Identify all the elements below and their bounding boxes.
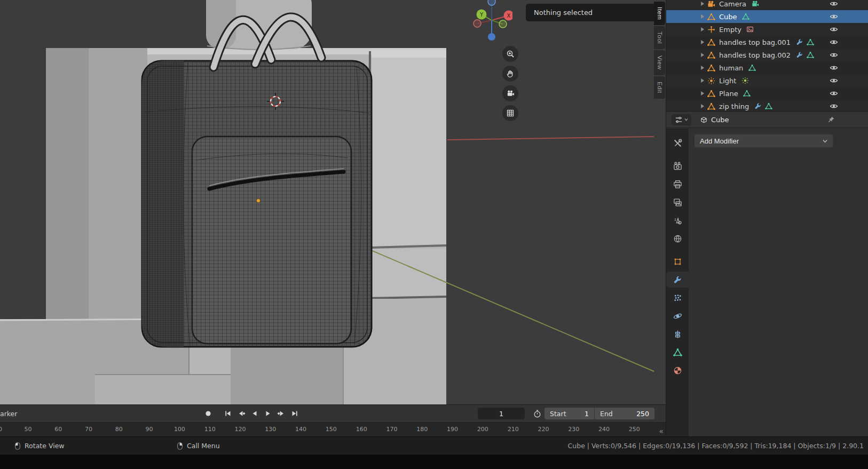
- ruler-tick: 250: [619, 423, 650, 436]
- sidebar-tab-label: Edit: [657, 82, 663, 93]
- ruler-tick: 160: [346, 423, 377, 436]
- properties-tab[interactable]: [666, 158, 689, 174]
- properties-body: Add Modifier: [689, 129, 868, 436]
- sidebar-tab[interactable]: Tool: [654, 26, 665, 49]
- properties-tab[interactable]: [666, 344, 689, 360]
- ruler-tick: 70: [74, 423, 104, 436]
- pin-icon[interactable]: [827, 116, 835, 123]
- object-name[interactable]: handles top bag.002: [719, 51, 791, 59]
- next-keyframe-icon[interactable]: [275, 408, 288, 419]
- jump-to-start-icon[interactable]: [222, 408, 234, 419]
- properties-tab[interactable]: [666, 326, 689, 342]
- stopwatch-icon[interactable]: [531, 408, 543, 419]
- grid-ortho-icon[interactable]: [502, 105, 518, 121]
- outliner-row[interactable]: handles top bag.002: [666, 49, 868, 61]
- properties-tab[interactable]: [666, 362, 689, 378]
- expand-arrow-icon[interactable]: [698, 78, 707, 83]
- object-name[interactable]: handles top bag.001: [719, 38, 791, 46]
- outliner-row[interactable]: Plane: [666, 87, 868, 100]
- marker-menu-partial[interactable]: arker: [0, 410, 17, 418]
- expand-arrow-icon[interactable]: [698, 91, 707, 96]
- sidebar-tab[interactable]: Edit: [654, 76, 665, 99]
- backpack-mesh[interactable]: [142, 61, 372, 347]
- end-frame-field[interactable]: End 250: [595, 408, 654, 419]
- ruler-tick: 240: [589, 423, 619, 436]
- hide-viewport-eye-icon[interactable]: [829, 25, 838, 34]
- object-name[interactable]: Light: [719, 77, 736, 85]
- object-name[interactable]: Plane: [719, 90, 738, 98]
- ruler-tick: 150: [316, 423, 346, 436]
- ruler-tick: 100: [164, 423, 195, 436]
- object-name[interactable]: human: [719, 64, 743, 72]
- outliner-row[interactable]: zip thing: [666, 100, 868, 112]
- object-data-icon: [751, 0, 760, 8]
- outliner-row[interactable]: Light: [666, 74, 868, 87]
- outliner-row-list: Camera: [666, 0, 868, 112]
- hide-viewport-eye-icon[interactable]: [829, 38, 838, 46]
- outliner-row[interactable]: Cube: [666, 10, 868, 23]
- gizmo-neg-x-axis[interactable]: [474, 20, 481, 27]
- breadcrumb: Cube: [700, 116, 729, 124]
- timeline-ruler[interactable]: 0 50607080901001101201301401501601701801…: [0, 422, 666, 436]
- ruler-tick: 190: [437, 423, 468, 436]
- sidebar-tab[interactable]: Item: [654, 2, 665, 25]
- object-name[interactable]: Empty: [719, 26, 741, 34]
- gizmo-neg-y-axis[interactable]: [499, 20, 507, 28]
- properties-tab[interactable]: [666, 176, 689, 192]
- properties-tab[interactable]: [666, 230, 689, 247]
- object-name[interactable]: Cube: [719, 13, 737, 21]
- camera-view-icon[interactable]: [502, 85, 518, 101]
- object-data-icon: [806, 51, 815, 59]
- start-frame-field[interactable]: Start 1: [545, 408, 594, 419]
- outliner-row[interactable]: handles top bag.001: [666, 36, 868, 49]
- outliner-row[interactable]: human: [666, 61, 868, 74]
- object-name[interactable]: Camera: [719, 0, 746, 8]
- hide-viewport-eye-icon[interactable]: [829, 0, 838, 8]
- properties-tab[interactable]: [666, 308, 689, 324]
- editor-corner-icon[interactable]: «: [659, 427, 664, 435]
- object-data-icon: [746, 25, 755, 34]
- viewport-3d-scene[interactable]: [0, 0, 666, 404]
- breadcrumb-object-name[interactable]: Cube: [711, 116, 729, 124]
- expand-arrow-icon[interactable]: [698, 27, 707, 32]
- expand-arrow-icon[interactable]: [698, 39, 707, 45]
- navigation-gizmo[interactable]: X Y: [472, 0, 512, 42]
- properties-tab[interactable]: [666, 194, 689, 210]
- properties-tab[interactable]: [666, 272, 689, 288]
- expand-arrow-icon[interactable]: [698, 104, 707, 109]
- hide-viewport-eye-icon[interactable]: [829, 63, 838, 72]
- hide-viewport-eye-icon[interactable]: [829, 89, 838, 98]
- hand-icon[interactable]: [502, 66, 518, 82]
- play-icon[interactable]: [262, 408, 274, 419]
- previous-keyframe-icon[interactable]: [235, 408, 248, 419]
- expand-arrow-icon[interactable]: [698, 1, 707, 6]
- zoom-icon[interactable]: [502, 46, 518, 62]
- gizmo-z-axis[interactable]: [488, 0, 495, 5]
- play-reverse-icon[interactable]: [248, 408, 261, 419]
- sidebar-tab[interactable]: View: [654, 50, 665, 75]
- expand-arrow-icon[interactable]: [698, 52, 707, 58]
- properties-tab[interactable]: [666, 135, 689, 151]
- properties-tab[interactable]: [666, 253, 689, 269]
- properties-tab-column: [666, 129, 689, 436]
- expand-arrow-icon[interactable]: [698, 14, 707, 19]
- hide-viewport-eye-icon[interactable]: [829, 102, 838, 110]
- hide-viewport-eye-icon[interactable]: [829, 51, 838, 59]
- add-modifier-button[interactable]: Add Modifier: [694, 134, 833, 148]
- sidebar-tab-label: View: [657, 55, 663, 70]
- hide-viewport-eye-icon[interactable]: [829, 76, 838, 85]
- editor-type-button[interactable]: [672, 114, 691, 125]
- properties-tab[interactable]: [666, 212, 689, 228]
- record-icon[interactable]: [202, 408, 215, 419]
- object-name[interactable]: zip thing: [719, 102, 749, 110]
- outliner-row[interactable]: Empty: [666, 23, 868, 36]
- jump-to-end-icon[interactable]: [288, 408, 301, 419]
- properties-tab[interactable]: [666, 290, 689, 306]
- outliner-row[interactable]: Camera: [666, 0, 868, 10]
- hide-viewport-eye-icon[interactable]: [829, 12, 838, 21]
- 3d-viewport[interactable]: X Y: [0, 0, 666, 404]
- ruler-tick: 80: [104, 423, 134, 436]
- current-frame-field[interactable]: 1: [478, 408, 525, 419]
- gizmo-neg-z-axis[interactable]: [488, 33, 495, 41]
- expand-arrow-icon[interactable]: [698, 65, 707, 70]
